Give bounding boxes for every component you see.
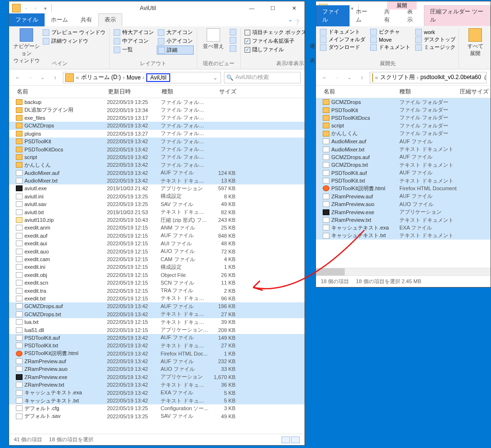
chk-item-checkbox[interactable]: 項目チェック ボックス [244,28,307,36]
file-row[interactable]: ZRamPreview.auf 2022/05/19 13:42 AUF ファイ… [9,357,304,365]
file-row[interactable]: デフォルト.cfg 2022/05/19 13:25 Configuration… [9,404,304,412]
file-row[interactable]: aviutl.sav 2022/05/19 13:25 SAV ファイル 49 … [9,200,304,208]
file-row[interactable]: GCMZDrops 2022/05/19 13:42 ファイル フォルダー [9,122,304,129]
file-row[interactable]: lua51.dll 2022/05/19 12:15 アプリケーション拡張 20… [9,326,304,333]
view-opt[interactable] [229,36,237,44]
view-thumb-icon[interactable] [291,437,300,443]
back-button[interactable]: ← [320,73,329,82]
file-row[interactable]: ZRamPreview.txt 2022/05/19 13:42 テキスト ドキ… [9,381,304,389]
file-row[interactable]: exedit.obj 2022/05/19 12:15 Object File … [9,271,304,279]
extract-dest-item[interactable]: ダウンロード [320,44,365,51]
file-row[interactable]: GCMZDrops.auf AUF ファイル [316,153,491,161]
file-row[interactable]: デフォルト.sav 2022/05/19 13:25 SAV ファイル 49 K… [9,413,304,420]
file-row[interactable]: キャッシュテキスト.exa 2022/05/19 13:42 EXA ファイル … [9,389,304,396]
breadcrumb-segment[interactable]: スクリプト用 [380,73,415,81]
file-row[interactable]: exedit.tra 2022/05/19 12:15 TRA ファイル 2 K… [9,287,304,294]
up-button[interactable]: ↑ [50,73,60,82]
file-row[interactable]: backup 2022/05/19 13:25 ファイル フォルダー [9,98,304,106]
file-row[interactable]: AudioMixer.txt テキスト ドキュメント [316,145,491,153]
layout-list[interactable]: 一覧 [113,46,155,54]
navigation-pane-button[interactable]: ナビゲーション ウィンドウ [13,28,40,64]
extract-dest-item[interactable]: work [415,28,456,35]
file-row[interactable]: PSDToolKit.auf 2022/05/19 13:42 AUF ファイル… [9,334,304,342]
file-list[interactable]: backup 2022/05/19 13:25 ファイル フォルダー DL追加プ… [9,98,304,434]
layout-xl[interactable]: 特大アイコン [113,28,155,36]
file-row[interactable]: PSDToolKitDocs 2022/05/19 13:42 ファイル フォル… [9,145,304,153]
extract-dest-item[interactable]: メインフォルダ [320,36,365,43]
layout-md[interactable]: 中アイコン [113,37,155,45]
preview-pane-button[interactable]: プレビュー ウィンドウ [42,28,106,36]
file-row[interactable]: ZRamPreview.exe アプリケーション [316,208,491,216]
file-row[interactable]: ZRamPreview.txt テキスト ドキュメント [316,216,491,224]
extract-dest-item[interactable]: デスクトップ [415,36,456,43]
layout-sm[interactable]: 小アイコン [157,37,194,45]
file-row[interactable]: ZRamPreview.auo 2022/05/19 13:42 AUO ファイ… [9,365,304,373]
breadcrumb-current[interactable]: psdtoolkit_v0.2.0beta60（立ち絵用）.zip [421,73,487,81]
view-opt[interactable] [229,45,237,52]
breadcrumb[interactable]: « スクリプト用› psdtoolkit_v0.2.0beta60（立ち絵用）.… [370,72,487,83]
forward-button[interactable]: → [25,73,35,82]
header-size[interactable]: 圧縮サイズ [458,88,491,96]
file-row[interactable]: AudioMixer.txt 2022/05/19 13:42 テキスト ドキュ… [9,177,304,184]
file-row[interactable]: キャッシュテキスト.txt テキスト ドキュメント [316,232,491,240]
file-row[interactable]: script 2022/05/19 13:42 ファイル フォルダー [9,153,304,161]
up-button[interactable]: ↑ [357,73,367,82]
breadcrumb-current[interactable]: AviUtil [146,73,170,82]
file-row[interactable]: exe_files 2022/05/19 13:17 ファイル フォルダー [9,114,304,122]
qat-icon[interactable]: ▫ [32,5,39,11]
file-row[interactable]: exedit.txt 2022/05/19 12:15 テキスト ドキュメント … [9,295,304,302]
layout-detail[interactable]: 詳細 [157,46,194,55]
file-row[interactable]: ZRamPreview.exe 2022/05/19 13:42 アプリケーショ… [9,373,304,381]
file-row[interactable]: PSDToolKit.txt テキスト ドキュメント [316,177,491,184]
extract-dest-item[interactable]: Move [370,36,410,43]
header-name[interactable]: 名前 [316,88,399,96]
file-row[interactable]: exedit.auo 2022/05/19 12:15 AUO ファイル 72 … [9,247,304,255]
file-row[interactable]: AudioMixer.auf AUF ファイル [316,138,491,145]
file-row[interactable]: PSDToolKit 2022/05/19 13:42 ファイル フォルダー [9,138,304,145]
file-row[interactable]: aviutl110.zip 2022/05/19 10:43 圧縮 (zip 形… [9,216,304,224]
breadcrumb-segment[interactable]: Move [127,74,140,81]
tab-file[interactable]: ファイル [9,13,45,26]
tab-share[interactable]: 共有 [74,13,98,26]
file-row[interactable]: AudioMixer.auf 2022/05/19 13:42 AUF ファイル… [9,169,304,177]
qat-icon[interactable]: ▫ [23,5,29,11]
file-row[interactable]: ZRamPreview.auo AUO ファイル [316,200,491,208]
file-row[interactable]: exedit.ini 2022/05/19 12:15 構成設定 1 KB [9,263,304,271]
file-row[interactable]: exedit.auf 2022/05/19 12:15 AUF ファイル 848… [9,232,304,240]
file-row[interactable]: script ファイル フォルダー [316,122,491,129]
file-row[interactable]: PSDToolKit.txt 2022/05/19 13:42 テキスト ドキュ… [9,342,304,349]
file-list[interactable]: GCMZDrops ファイル フォルダー PSDToolKit ファイル フォル… [316,98,491,268]
minimize-button[interactable]: — [241,1,262,15]
chk-file-ext[interactable]: ✓ファイル名拡張子 [244,37,307,45]
qat-dropdown-icon[interactable]: ▾ [42,5,48,11]
extract-dest-item[interactable]: ドキュメント [370,44,410,51]
search-input[interactable]: 🔍AviUtilの検索 [224,72,301,83]
sort-button[interactable]: 並べ替え [200,28,227,50]
help-dropdown[interactable]: ⌃ ❔ [284,18,304,26]
column-headers[interactable]: 名前 種類 圧縮サイズ [316,86,491,98]
column-headers[interactable]: 名前 更新日時 種類 サイズ [9,86,304,98]
extract-dest-item[interactable]: ピクチャ [370,28,410,35]
extract-dest-item[interactable]: ミュージック [415,44,456,51]
forward-button[interactable]: → [332,73,342,82]
breadcrumb-segment[interactable]: ボリューム (D:) [81,73,121,81]
recent-dropdown[interactable]: ⌄ [345,73,354,82]
horizontal-scrollbar[interactable] [316,268,491,276]
view-opt[interactable] [229,28,237,36]
file-row[interactable]: plugins 2022/05/19 13:27 ファイル フォルダー [9,130,304,138]
extract-all-button[interactable]: すべて 展開 [462,28,489,57]
file-row[interactable]: aviutl.exe 2019/10/03 21:42 アプリケーション 597… [9,184,304,192]
file-row[interactable]: lua.txt 2022/05/19 12:15 テキスト ドキュメント 39 … [9,318,304,326]
file-row[interactable]: かんしくん ファイル フォルダー [316,130,491,138]
breadcrumb[interactable]: « ボリューム (D:)› Move› AviUtil ⌄ [63,72,221,83]
header-type[interactable]: 種類 [162,88,210,96]
tab-file[interactable]: ファイル [316,5,350,26]
layout-lg[interactable]: 大アイコン [157,28,194,36]
quick-access-toolbar[interactable]: ▫ ▫ ▾ [23,5,48,11]
file-row[interactable]: exedit.aui 2022/05/19 12:15 AUI ファイル 48 … [9,240,304,247]
tab-home[interactable]: ホーム [45,13,74,26]
file-row[interactable]: PSDToolKit.auf AUF ファイル [316,169,491,177]
file-row[interactable]: exedit.anm 2022/05/19 12:15 ANM ファイル 25 … [9,224,304,231]
file-row[interactable]: PSDToolKit説明書.html Firefox HTML Document [316,184,491,192]
file-row[interactable]: PSDToolKit説明書.html 2022/05/19 13:42 Fire… [9,350,304,357]
